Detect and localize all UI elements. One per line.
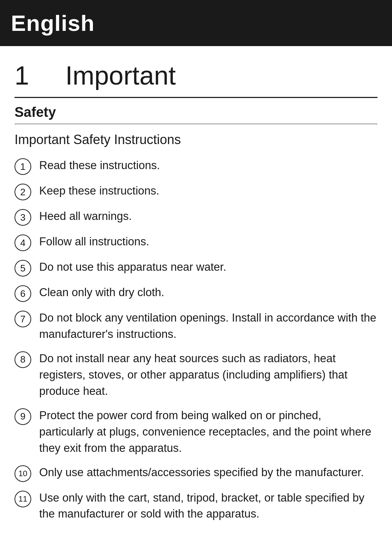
- circle-number-2: 2: [15, 184, 31, 200]
- circle-number-3: 3: [15, 209, 31, 226]
- circle-number-11: 11: [15, 491, 31, 507]
- instruction-text-1: Read these instructions.: [39, 158, 377, 174]
- section-number: 1: [15, 61, 29, 90]
- list-item: 2 Keep these instructions.: [15, 183, 377, 200]
- circle-number-5: 5: [15, 260, 31, 277]
- section-title-text: Important: [65, 61, 176, 90]
- circle-number-6: 6: [15, 285, 31, 302]
- list-item: 3 Heed all warnings.: [15, 208, 377, 226]
- instructions-subtitle: Important Safety Instructions: [15, 132, 377, 147]
- instruction-text-9: Protect the power cord from being walked…: [39, 408, 377, 457]
- list-item: 7 Do not block any ventilation openings.…: [15, 310, 377, 343]
- list-item: 10 Only use attachments/accessories spec…: [15, 465, 377, 482]
- instruction-text-8: Do not install near any heat sources suc…: [39, 351, 377, 400]
- header-bar: English: [0, 0, 392, 46]
- list-item: 8 Do not install near any heat sources s…: [15, 351, 377, 400]
- language-title: English: [11, 10, 381, 36]
- list-item: 6 Clean only with dry cloth.: [15, 285, 377, 302]
- list-item: 5 Do not use this apparatus near water.: [15, 259, 377, 277]
- list-item: 9 Protect the power cord from being walk…: [15, 408, 377, 457]
- circle-number-9: 9: [15, 408, 31, 425]
- subsection-title: Safety: [15, 105, 377, 120]
- subsection-heading: Safety: [15, 105, 377, 124]
- main-content: 1 Important Safety Important Safety Inst…: [0, 46, 392, 545]
- circle-number-10: 10: [15, 465, 31, 482]
- instruction-text-4: Follow all instructions.: [39, 234, 377, 250]
- section-title: 1 Important: [15, 61, 377, 90]
- section-heading: 1 Important: [15, 61, 377, 98]
- circle-number-1: 1: [15, 158, 31, 175]
- circle-number-7: 7: [15, 311, 31, 327]
- instruction-text-3: Heed all warnings.: [39, 208, 377, 225]
- instruction-text-5: Do not use this apparatus near water.: [39, 259, 377, 275]
- instruction-text-6: Clean only with dry cloth.: [39, 285, 377, 301]
- list-item: 4 Follow all instructions.: [15, 234, 377, 251]
- instruction-text-7: Do not block any ventilation openings. I…: [39, 310, 377, 343]
- list-item: 1 Read these instructions.: [15, 158, 377, 175]
- circle-number-8: 8: [15, 351, 31, 368]
- instruction-text-2: Keep these instructions.: [39, 183, 377, 199]
- circle-number-4: 4: [15, 234, 31, 251]
- divider-thin: [15, 124, 377, 124]
- divider-thick: [15, 97, 377, 98]
- instruction-list: 1 Read these instructions. 2 Keep these …: [15, 158, 377, 522]
- instruction-text-10: Only use attachments/accessories specifi…: [39, 465, 377, 481]
- instruction-text-11: Use only with the cart, stand, tripod, b…: [39, 490, 377, 523]
- list-item: 11 Use only with the cart, stand, tripod…: [15, 490, 377, 523]
